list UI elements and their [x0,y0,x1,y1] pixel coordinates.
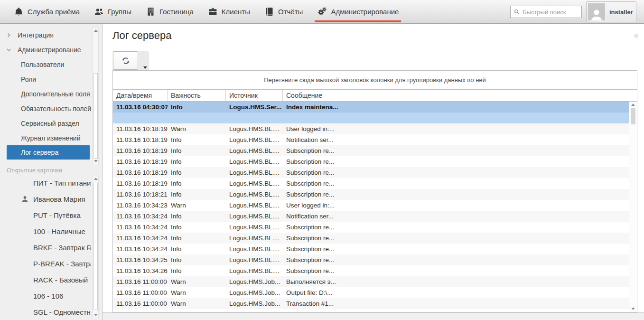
sidebar-item-required-fields[interactable]: Обязательность полей [0,101,102,116]
sidebar-item-change-log[interactable]: Журнал изменений [0,131,102,145]
nav-item-reports[interactable]: Отчёты [257,0,310,23]
log-row[interactable]: 11.03.16 10:18:19 Info Logus.HMS.BL.... … [113,134,629,145]
sidebar-item-label: Администрирование [18,46,81,54]
sidebar: Интеграция Администрирование Пользовател… [0,24,103,320]
user-menu[interactable]: installer [586,1,636,22]
open-card-label: Иванова Мария [33,195,85,203]
log-datetime-cell: 11.03.16 10:18:19 [113,136,168,143]
log-message-cell: Subscription re... [283,245,340,253]
log-row[interactable]: 11.03.16 04:30:07 Info Logus.HMS.Ser... … [113,102,629,113]
briefcase-icon [208,7,218,17]
open-card-label: PUT - Путёвка [33,211,81,219]
open-card-100-cash[interactable]: 100 - Наличные [0,223,91,239]
people-icon [94,7,104,17]
column-header-severity[interactable]: Важность [168,90,226,101]
log-row[interactable]: 11.03.16 10:18:19 Info Logus.HMS.BL.... … [113,178,629,189]
log-row[interactable]: 11.03.16 10:34:25 Info Logus.HMS.BL.... … [113,254,629,265]
log-row[interactable]: 11.03.16 11:00:00 Warn Logus.HMS.Job... … [113,298,629,309]
log-datetime-cell: 11.03.16 10:18:19 [113,158,168,165]
sidebar-item-server-log[interactable]: Лог сервера [7,145,90,160]
chevron-right-icon [6,32,11,38]
nav-item-clients[interactable]: Клиенты [201,0,257,23]
log-row[interactable]: 11.03.16 11:00:00 Warn Logus.HMS.Job... … [113,287,629,298]
open-cards-scrollbar[interactable] [93,176,99,318]
open-card-put-voucher[interactable]: PUT - Путёвка [0,207,91,223]
open-card-rack-base-tariff[interactable]: RACK - Базовый тар... [0,272,91,288]
scroll-up-icon[interactable] [631,104,635,106]
nav-item-administration[interactable]: Администрирование [310,0,406,23]
refresh-button[interactable] [113,51,138,70]
main-panel: Лог сервера Перетяните сюда мышкой загол… [103,24,644,320]
log-row[interactable]: 11.03.16 11:00:00 Warn Logus.HMS.Job... … [113,309,629,312]
sidebar-item-additional-fields[interactable]: Дополнительные поля [0,86,102,101]
nav-item-label: Служба приёма [28,8,80,16]
log-row[interactable]: 11.03.16 10:18:19 Info Logus.HMS.BL.... … [113,156,629,167]
group-by-bar[interactable]: Перетяните сюда мышкой заголовок колонки… [113,71,637,90]
scrollbar-thumb[interactable] [93,73,98,159]
refresh-icon [121,56,131,66]
grid-header-row: Дата/времяВажностьИсточникСообщение [113,90,637,102]
scroll-up-icon[interactable] [94,178,98,180]
log-row[interactable]: 11.03.16 10:18:19 Info Logus.HMS.BL.... … [113,145,629,156]
log-row[interactable] [113,113,629,123]
open-cards-label: Открытые карточки [7,167,62,174]
log-source-cell: Logus.HMS.BL.... [226,213,283,220]
log-message-cell: Output file: D:\... [283,289,340,296]
open-card-106[interactable]: 106 - 106 [0,288,91,304]
open-card-p-break-breakfast[interactable]: P-BREAK - Завтрак... [0,255,91,272]
log-row[interactable]: 11.03.16 11:00:00 Warn Logus.HMS.Job... … [113,276,629,287]
scroll-up-icon[interactable] [94,29,98,32]
log-message-cell: Subscription re... [283,169,340,176]
open-card-label: BRKF - Завтрак RUB [33,244,91,252]
open-card-ivanova-maria[interactable]: Иванова Мария [0,191,91,207]
column-header-datetime[interactable]: Дата/время [113,90,168,101]
column-header-message[interactable]: Сообщение [283,90,340,101]
scroll-down-icon[interactable] [631,308,635,310]
toolbar-dropdown-icon[interactable] [143,66,147,69]
sidebar-item-users[interactable]: Пользователи [0,57,102,72]
log-row[interactable]: 11.03.16 10:34:24 Info Logus.HMS.BL.... … [113,233,629,244]
log-row[interactable]: 11.03.16 10:18:21 Info Logus.HMS.BL.... … [113,189,629,200]
sidebar-item-roles[interactable]: Роли [0,72,102,86]
search-input[interactable] [523,9,579,16]
log-datetime-cell: 11.03.16 10:18:19 [113,169,168,176]
sidebar-item-label: Сервисный раздел [21,120,79,127]
sidebar-tree-scrollbar[interactable] [93,28,99,164]
log-row[interactable]: 11.03.16 10:34:23 Warn Logus.HMS.BL.... … [113,200,629,211]
log-row[interactable]: 11.03.16 10:18:19 Info Logus.HMS.BL.... … [113,167,629,178]
nav-item-label: Администрирование [331,8,399,16]
log-message-cell: Subscription re... [283,267,340,274]
log-severity-cell: Info [168,245,226,253]
log-severity-cell: Info [168,136,226,143]
log-message-cell: Subscription re... [283,180,340,187]
open-card-brkf-breakfast[interactable]: BRKF - Завтрак RUB [0,239,91,255]
nav-item-groups[interactable]: Группы [87,0,139,23]
collapse-panel-icon[interactable] [634,34,638,38]
log-row[interactable]: 11.03.16 10:34:24 Info Logus.HMS.BL.... … [113,222,629,233]
sidebar-item-administration[interactable]: Администрирование [0,42,102,57]
log-row[interactable]: 11.03.16 10:34:26 Info Logus.HMS.BL.... … [113,265,629,276]
open-card-sgl-single[interactable]: SGL - Одноместный... [0,304,91,320]
scroll-down-icon[interactable] [94,314,98,316]
log-datetime-cell: 11.03.16 11:00:00 [113,300,168,307]
sidebar-item-service-section[interactable]: Сервисный раздел [0,116,102,131]
column-header-source[interactable]: Источник [226,90,283,101]
log-severity-cell: Info [168,213,226,220]
scroll-down-icon[interactable] [94,160,98,162]
nav-item-label: Клиенты [222,8,250,16]
log-datetime-cell: 11.03.16 10:34:24 [113,213,168,220]
sidebar-item-integration[interactable]: Интеграция [0,28,102,42]
nav-item-reception[interactable]: Служба приёма [7,0,87,23]
scrollbar-thumb[interactable] [93,183,98,310]
open-card-pit-meal-type[interactable]: ПИТ - Тип питания [0,175,91,191]
avatar [588,3,605,20]
log-row[interactable]: 11.03.16 10:34:24 Info Logus.HMS.BL.... … [113,244,629,254]
scrollbar-thumb[interactable] [631,108,635,124]
log-row[interactable]: 11.03.16 10:18:19 Warn Logus.HMS.BL.... … [113,123,629,134]
log-datetime-cell: 11.03.16 11:00:00 [113,278,168,285]
log-row[interactable]: 11.03.16 10:34:24 Info Logus.HMS.BL.... … [113,211,629,222]
nav-item-hotel[interactable]: Гостиница [139,0,201,23]
log-message-cell: Subscription re... [283,147,340,154]
grid-scrollbar[interactable] [629,102,637,312]
open-card-label: 106 - 106 [33,292,63,300]
